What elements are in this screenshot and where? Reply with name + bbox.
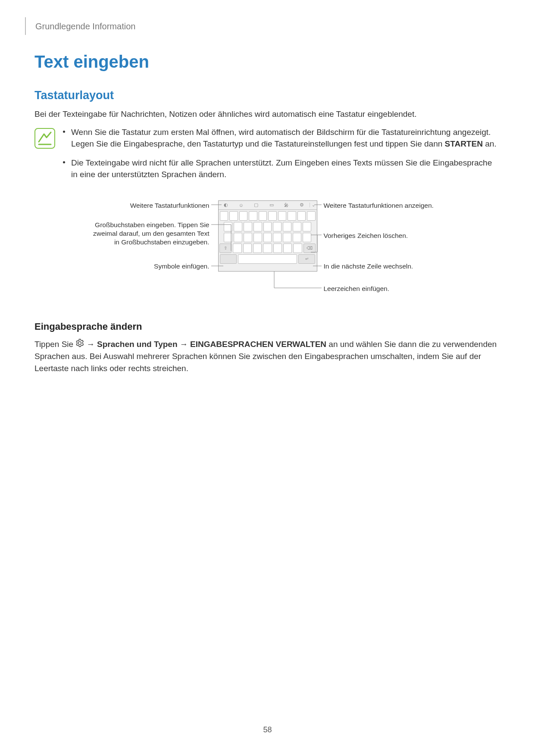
page-title: Text eingeben [34, 52, 501, 72]
keyboard-image: ◐ ☺ ▢ ▭ 🎤︎ ⚙ ⌄ ⇧⌫ ↵ [218, 200, 317, 272]
list-item: Die Texteingabe wird nicht für alle Spra… [63, 157, 501, 181]
callout-symbols: Symbole einfügen. [89, 262, 210, 271]
callout-shift: Großbuchstaben eingeben. Tippen Sie zwei… [89, 221, 210, 247]
breadcrumb: Grundlegende Information [25, 17, 501, 35]
callout-backspace: Vorheriges Zeichen löschen. [324, 231, 408, 240]
toolbar-sticker-icon: ▢ [249, 202, 264, 208]
note-text-2: Die Texteingabe wird nicht für alle Spra… [71, 157, 501, 181]
symbols-key [220, 254, 237, 264]
enter-key: ↵ [298, 254, 316, 264]
intro-paragraph: Bei der Texteingabe für Nachrichten, Not… [34, 108, 501, 120]
callout-space: Leerzeichen einfügen. [324, 284, 390, 293]
toolbar-clipboard-icon: ▭ [264, 202, 279, 208]
space-key [238, 254, 297, 264]
keyboard-diagram: Weitere Tastaturfunktionen Großbuchstabe… [89, 200, 447, 300]
toolbar-emoji-icon: ☺ [234, 203, 249, 208]
callout-enter: In die nächste Zeile wechseln. [324, 262, 413, 271]
gear-icon [75, 339, 84, 351]
section-heading-layout: Tastaturlayout [34, 89, 501, 102]
toolbar-mic-icon: 🎤︎ [279, 203, 294, 208]
list-item: Wenn Sie die Tastatur zum ersten Mal öff… [63, 126, 501, 150]
toolbar-voice-icon: ◐ [219, 202, 234, 208]
section-heading-language: Eingabesprache ändern [34, 321, 501, 332]
bullet-icon [63, 161, 65, 163]
page-number: 58 [0, 725, 535, 734]
note-icon [34, 128, 55, 149]
toolbar-settings-icon: ⚙ [294, 202, 309, 208]
callout-more: Weitere Tastaturfunktionen anzeigen. [324, 201, 434, 210]
toolbar-chevron-icon: ⌄ [310, 203, 317, 207]
bullet-icon [63, 131, 65, 133]
backspace-key: ⌫ [303, 244, 316, 253]
callout-toolbar: Weitere Tastaturfunktionen [89, 201, 210, 210]
language-paragraph: Tippen Sie → Sprachen und Typen → EINGAB… [34, 338, 501, 375]
shift-key: ⇧ [219, 244, 232, 253]
note-text-1: Wenn Sie die Tastatur zum ersten Mal öff… [71, 126, 501, 150]
